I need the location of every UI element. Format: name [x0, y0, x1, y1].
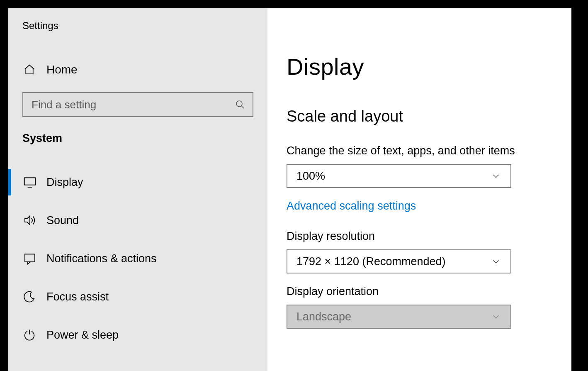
- search-icon: [235, 100, 245, 110]
- section-title: Scale and layout: [287, 107, 571, 125]
- sidebar-item-label: Power & sleep: [46, 329, 119, 342]
- sidebar-item-sound[interactable]: Sound: [8, 201, 267, 239]
- sidebar-item-label: Notifications & actions: [46, 252, 157, 265]
- chevron-down-icon: [491, 171, 501, 181]
- svg-marker-4: [25, 216, 30, 225]
- home-icon: [23, 63, 46, 76]
- scale-dropdown[interactable]: 100%: [287, 164, 511, 188]
- home-label: Home: [46, 63, 78, 76]
- scale-label: Change the size of text, apps, and other…: [287, 144, 571, 157]
- sidebar-item-notifications[interactable]: Notifications & actions: [8, 239, 267, 278]
- chevron-down-icon: [491, 312, 501, 321]
- svg-rect-2: [24, 178, 36, 185]
- moon-icon: [23, 290, 46, 303]
- main-content: Display Scale and layout Change the size…: [267, 8, 571, 371]
- orientation-value: Landscape: [296, 310, 351, 323]
- sidebar: Settings Home System: [8, 8, 267, 371]
- scale-value: 100%: [296, 170, 325, 183]
- resolution-value: 1792 × 1120 (Recommended): [296, 255, 445, 268]
- sidebar-item-label: Display: [46, 176, 83, 189]
- svg-line-1: [241, 106, 244, 108]
- monitor-icon: [23, 176, 46, 189]
- resolution-label: Display resolution: [287, 230, 571, 243]
- svg-point-0: [236, 101, 242, 107]
- speaker-icon: [23, 214, 46, 227]
- search-input[interactable]: [22, 92, 253, 117]
- svg-rect-5: [25, 254, 35, 262]
- sidebar-category: System: [8, 132, 267, 145]
- sidebar-item-label: Sound: [46, 214, 79, 227]
- resolution-dropdown[interactable]: 1792 × 1120 (Recommended): [287, 249, 511, 273]
- app-title: Settings: [8, 20, 267, 32]
- sidebar-item-focus-assist[interactable]: Focus assist: [8, 278, 267, 316]
- chevron-down-icon: [491, 257, 501, 266]
- sidebar-item-home[interactable]: Home: [8, 57, 267, 82]
- orientation-label: Display orientation: [287, 285, 571, 298]
- power-icon: [23, 329, 46, 341]
- sidebar-item-label: Focus assist: [46, 290, 109, 303]
- notification-icon: [23, 252, 46, 265]
- page-title: Display: [287, 53, 571, 80]
- settings-window: Settings Home System: [8, 8, 571, 371]
- orientation-dropdown: Landscape: [287, 305, 511, 329]
- sidebar-item-power-sleep[interactable]: Power & sleep: [8, 316, 267, 354]
- sidebar-item-display[interactable]: Display: [8, 163, 267, 201]
- search-container: [22, 92, 253, 117]
- advanced-scaling-link[interactable]: Advanced scaling settings: [287, 200, 416, 212]
